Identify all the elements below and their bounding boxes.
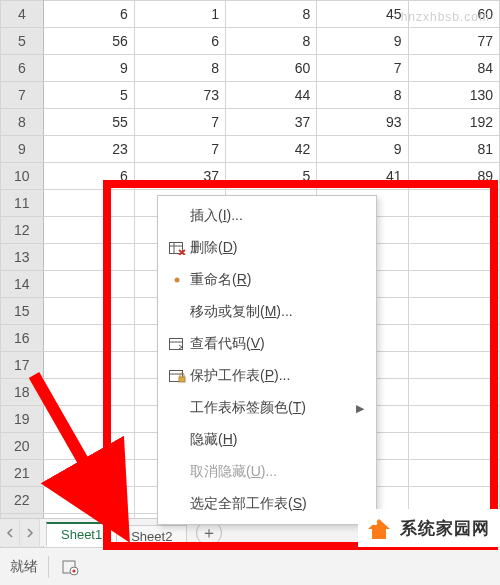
sheet-tab-sheet2[interactable]: Sheet2 [116, 525, 187, 547]
cell[interactable]: 60 [408, 1, 499, 28]
row-header[interactable]: 10 [1, 163, 44, 190]
cell[interactable]: 55 [43, 109, 134, 136]
menu-select-all-sheets[interactable]: 选定全部工作表(S) [158, 488, 376, 520]
cell[interactable]: 45 [317, 1, 408, 28]
sheet-tab-sheet1[interactable]: Sheet1 [46, 522, 117, 547]
row-header[interactable]: 22 [1, 487, 44, 514]
cell[interactable]: 60 [226, 55, 317, 82]
menu-delete-label: 删除(D) [190, 239, 364, 257]
status-bar: 就绪 [0, 547, 500, 585]
cell[interactable] [43, 298, 134, 325]
cell[interactable]: 7 [317, 55, 408, 82]
cell[interactable]: 7 [134, 136, 225, 163]
menu-move-or-copy[interactable]: 移动或复制(M)... [158, 296, 376, 328]
row-header[interactable]: 15 [1, 298, 44, 325]
cell[interactable]: 5 [43, 82, 134, 109]
row-header[interactable]: 6 [1, 55, 44, 82]
tab-nav-prev-button[interactable] [0, 519, 20, 546]
cell[interactable] [408, 460, 499, 487]
cell[interactable]: 9 [317, 136, 408, 163]
cell[interactable] [408, 406, 499, 433]
row-header[interactable]: 20 [1, 433, 44, 460]
cell[interactable] [408, 298, 499, 325]
cell[interactable]: 192 [408, 109, 499, 136]
cell[interactable]: 41 [317, 163, 408, 190]
cell[interactable]: 84 [408, 55, 499, 82]
menu-delete[interactable]: 删除(D) [158, 232, 376, 264]
menu-move-label: 移动或复制(M)... [190, 303, 364, 321]
cell[interactable] [43, 487, 134, 514]
cell[interactable] [43, 271, 134, 298]
cell[interactable] [43, 325, 134, 352]
menu-unhide: 取消隐藏(U)... [158, 456, 376, 488]
cell[interactable]: 23 [43, 136, 134, 163]
cell[interactable]: 9 [43, 55, 134, 82]
row-header[interactable]: 14 [1, 271, 44, 298]
cell[interactable] [43, 433, 134, 460]
cell[interactable] [43, 406, 134, 433]
cell[interactable]: 6 [43, 163, 134, 190]
row-header[interactable]: 11 [1, 190, 44, 217]
cell[interactable]: 8 [226, 1, 317, 28]
cell[interactable] [408, 271, 499, 298]
plus-icon: ＋ [201, 525, 217, 541]
menu-view-code[interactable]: 查看代码(V) [158, 328, 376, 360]
cell[interactable] [43, 244, 134, 271]
menu-protect-sheet[interactable]: 保护工作表(P)... [158, 360, 376, 392]
row-header[interactable]: 8 [1, 109, 44, 136]
cell[interactable] [408, 352, 499, 379]
row-header[interactable]: 4 [1, 1, 44, 28]
menu-rename[interactable]: 重命名(R) [158, 264, 376, 296]
menu-insert[interactable]: 插入(I)... [158, 200, 376, 232]
cell[interactable] [408, 433, 499, 460]
row-header[interactable]: 13 [1, 244, 44, 271]
row-header[interactable]: 7 [1, 82, 44, 109]
cell[interactable]: 37 [134, 163, 225, 190]
cell[interactable]: 6 [43, 1, 134, 28]
cell[interactable] [43, 352, 134, 379]
macro-record-icon[interactable] [59, 556, 81, 578]
row-header[interactable]: 18 [1, 379, 44, 406]
cell[interactable]: 73 [134, 82, 225, 109]
cell[interactable] [43, 190, 134, 217]
menu-hide[interactable]: 隐藏(H) [158, 424, 376, 456]
cell[interactable] [43, 379, 134, 406]
cell[interactable]: 9 [317, 28, 408, 55]
cell[interactable]: 37 [226, 109, 317, 136]
cell[interactable]: 56 [43, 28, 134, 55]
row-header[interactable]: 12 [1, 217, 44, 244]
row-header[interactable]: 17 [1, 352, 44, 379]
cell[interactable]: 44 [226, 82, 317, 109]
cell[interactable]: 8 [134, 55, 225, 82]
cell[interactable]: 8 [226, 28, 317, 55]
cell[interactable] [408, 217, 499, 244]
cell[interactable]: 42 [226, 136, 317, 163]
blank-icon [164, 462, 190, 482]
cell[interactable]: 6 [134, 28, 225, 55]
cell[interactable] [43, 217, 134, 244]
cell[interactable]: 77 [408, 28, 499, 55]
cell[interactable] [408, 244, 499, 271]
cell[interactable]: 7 [134, 109, 225, 136]
menu-rename-label: 重命名(R) [190, 271, 364, 289]
cell[interactable] [408, 325, 499, 352]
cell[interactable]: 8 [317, 82, 408, 109]
cell[interactable] [408, 190, 499, 217]
row-header[interactable]: 5 [1, 28, 44, 55]
tab-nav-next-button[interactable] [20, 519, 40, 546]
cell[interactable]: 5 [226, 163, 317, 190]
cell[interactable]: 130 [408, 82, 499, 109]
cell[interactable] [43, 460, 134, 487]
row-header[interactable]: 21 [1, 460, 44, 487]
menu-hide-label: 隐藏(H) [190, 431, 364, 449]
menu-tab-color[interactable]: 工作表标签颜色(T) ▶ [158, 392, 376, 424]
cell[interactable]: 93 [317, 109, 408, 136]
cell[interactable] [408, 379, 499, 406]
cell[interactable]: 81 [408, 136, 499, 163]
row-header[interactable]: 19 [1, 406, 44, 433]
cell[interactable]: 1 [134, 1, 225, 28]
cell[interactable]: 89 [408, 163, 499, 190]
blank-icon [164, 430, 190, 450]
row-header[interactable]: 16 [1, 325, 44, 352]
row-header[interactable]: 9 [1, 136, 44, 163]
